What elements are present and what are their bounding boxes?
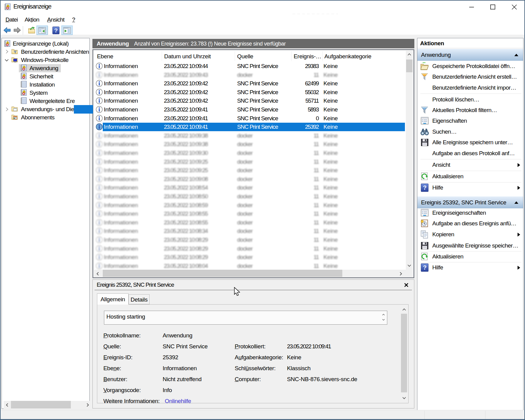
svg-text:?: ? <box>423 184 427 191</box>
svg-text:?: ? <box>54 27 57 34</box>
svg-text:?: ? <box>423 264 427 271</box>
